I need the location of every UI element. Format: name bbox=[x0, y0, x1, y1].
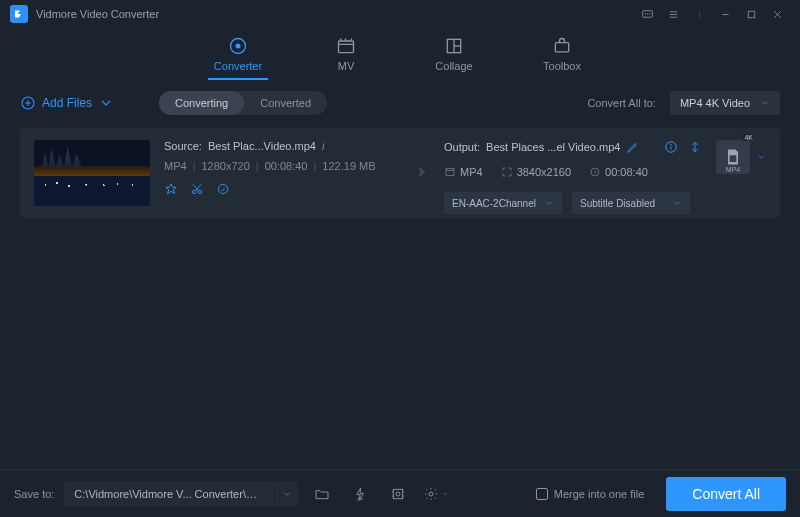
save-path-select[interactable]: C:\Vidmore\Vidmore V... Converter\Conver… bbox=[64, 481, 298, 507]
enhance-icon[interactable] bbox=[216, 182, 230, 196]
svg-point-3 bbox=[649, 13, 650, 14]
cut-icon[interactable] bbox=[190, 182, 204, 196]
tab-collage[interactable]: Collage bbox=[424, 36, 484, 80]
source-format: MP4 bbox=[164, 160, 187, 172]
output-column: Output: Best Places ...el Video.mp4 MP4 … bbox=[444, 140, 702, 214]
svg-point-43 bbox=[429, 492, 433, 496]
svg-rect-18 bbox=[555, 43, 568, 52]
svg-point-30 bbox=[671, 144, 672, 145]
output-resolution: 3840x2160 bbox=[517, 166, 571, 178]
output-label: Output: bbox=[444, 141, 480, 153]
svg-rect-37 bbox=[394, 489, 403, 498]
source-filename: Best Plac...Video.mp4 bbox=[208, 140, 316, 152]
subtitle-value: Subtitle Disabled bbox=[580, 198, 655, 209]
format-badge-quality: 4K bbox=[743, 134, 754, 141]
menu-icon[interactable] bbox=[660, 3, 686, 25]
edit-icon[interactable] bbox=[164, 182, 178, 196]
tab-label: MV bbox=[338, 60, 355, 72]
output-format: MP4 bbox=[460, 166, 483, 178]
svg-rect-35 bbox=[730, 155, 737, 162]
merge-label: Merge into one file bbox=[554, 488, 645, 500]
maximize-button[interactable] bbox=[738, 3, 764, 25]
seg-converted[interactable]: Converted bbox=[244, 91, 327, 115]
tab-toolbox[interactable]: Toolbox bbox=[532, 36, 592, 80]
source-label: Source: bbox=[164, 140, 202, 152]
info-circle-icon[interactable] bbox=[664, 140, 678, 154]
output-meta: MP4 3840x2160 00:08:40 bbox=[444, 166, 702, 178]
app-logo bbox=[10, 5, 28, 23]
thumbnail[interactable] bbox=[34, 140, 150, 206]
rename-icon[interactable] bbox=[626, 140, 640, 154]
merge-checkbox[interactable]: Merge into one file bbox=[536, 488, 645, 500]
chevron-down-icon bbox=[98, 95, 114, 111]
tab-label: Collage bbox=[435, 60, 472, 72]
bottom-bar: Save to: C:\Vidmore\Vidmore V... Convert… bbox=[0, 469, 800, 517]
convert-all-to-value: MP4 4K Video bbox=[680, 97, 750, 109]
source-resolution: 1280x720 bbox=[193, 160, 250, 172]
output-filename: Best Places ...el Video.mp4 bbox=[486, 141, 620, 153]
svg-rect-32 bbox=[446, 169, 454, 176]
feedback-icon[interactable] bbox=[634, 3, 660, 25]
convert-status-segment: Converting Converted bbox=[159, 91, 327, 115]
source-column: Source: Best Plac...Video.mp4 i MP4 1280… bbox=[164, 140, 394, 196]
svg-point-2 bbox=[647, 13, 648, 14]
svg-rect-14 bbox=[339, 41, 354, 53]
audio-track-select[interactable]: EN-AAC-2Channel bbox=[444, 192, 562, 214]
hardware-accel-button[interactable]: OFF bbox=[346, 481, 374, 507]
chevron-down-icon bbox=[544, 198, 554, 208]
convert-all-button[interactable]: Convert All bbox=[666, 477, 786, 511]
item-row: Source: Best Plac...Video.mp4 i MP4 1280… bbox=[20, 128, 780, 218]
app-title: Vidmore Video Converter bbox=[36, 8, 159, 20]
chevron-down-icon bbox=[672, 198, 682, 208]
svg-point-38 bbox=[396, 492, 400, 496]
chevron-down-icon bbox=[760, 98, 770, 108]
item-list: Source: Best Plac...Video.mp4 i MP4 1280… bbox=[0, 122, 800, 218]
svg-marker-22 bbox=[166, 184, 177, 194]
chevron-down-icon bbox=[756, 152, 766, 162]
arrow-icon bbox=[408, 161, 430, 186]
save-to-label: Save to: bbox=[14, 488, 54, 500]
convert-all-to-select[interactable]: MP4 4K Video bbox=[670, 91, 780, 115]
format-icon bbox=[444, 166, 456, 178]
settings-button[interactable] bbox=[422, 481, 450, 507]
compress-icon[interactable] bbox=[688, 140, 702, 154]
add-files-label: Add Files bbox=[42, 96, 92, 110]
output-format-picker[interactable]: 4K MP4 bbox=[716, 140, 766, 174]
main-tabs: Converter MV Collage Toolbox bbox=[0, 28, 800, 84]
source-meta: MP4 1280x720 00:08:40 122.19 MB bbox=[164, 160, 394, 172]
high-speed-button[interactable] bbox=[384, 481, 412, 507]
subtitle-select[interactable]: Subtitle Disabled bbox=[572, 192, 690, 214]
save-path-value: C:\Vidmore\Vidmore V... Converter\Conver… bbox=[64, 488, 274, 500]
resolution-icon bbox=[501, 166, 513, 178]
clock-icon bbox=[589, 166, 601, 178]
svg-point-1 bbox=[645, 13, 646, 14]
title-bar: Vidmore Video Converter bbox=[0, 0, 800, 28]
checkbox-box bbox=[536, 488, 548, 500]
info-icon[interactable]: i bbox=[322, 140, 324, 152]
close-button[interactable] bbox=[764, 3, 790, 25]
toolbar: Add Files Converting Converted Convert A… bbox=[0, 84, 800, 122]
svg-point-13 bbox=[236, 44, 241, 49]
format-badge: 4K MP4 bbox=[716, 140, 750, 174]
audio-track-value: EN-AAC-2Channel bbox=[452, 198, 536, 209]
minimize-button[interactable] bbox=[712, 3, 738, 25]
svg-rect-9 bbox=[748, 11, 755, 18]
divider bbox=[686, 3, 712, 25]
source-duration: 00:08:40 bbox=[256, 160, 308, 172]
source-size: 122.19 MB bbox=[314, 160, 376, 172]
tab-label: Toolbox bbox=[543, 60, 581, 72]
svg-text:OFF: OFF bbox=[357, 498, 364, 502]
seg-converting[interactable]: Converting bbox=[159, 91, 244, 115]
output-duration: 00:08:40 bbox=[605, 166, 648, 178]
svg-point-27 bbox=[218, 184, 227, 193]
item-actions bbox=[164, 182, 394, 196]
format-badge-label: MP4 bbox=[726, 166, 740, 173]
tab-label: Converter bbox=[214, 60, 262, 72]
tab-converter[interactable]: Converter bbox=[208, 36, 268, 80]
tab-mv[interactable]: MV bbox=[316, 36, 376, 80]
add-files-button[interactable]: Add Files bbox=[20, 95, 114, 111]
convert-all-to-label: Convert All to: bbox=[587, 97, 655, 109]
save-path-dropdown[interactable] bbox=[274, 481, 298, 507]
open-folder-button[interactable] bbox=[308, 481, 336, 507]
